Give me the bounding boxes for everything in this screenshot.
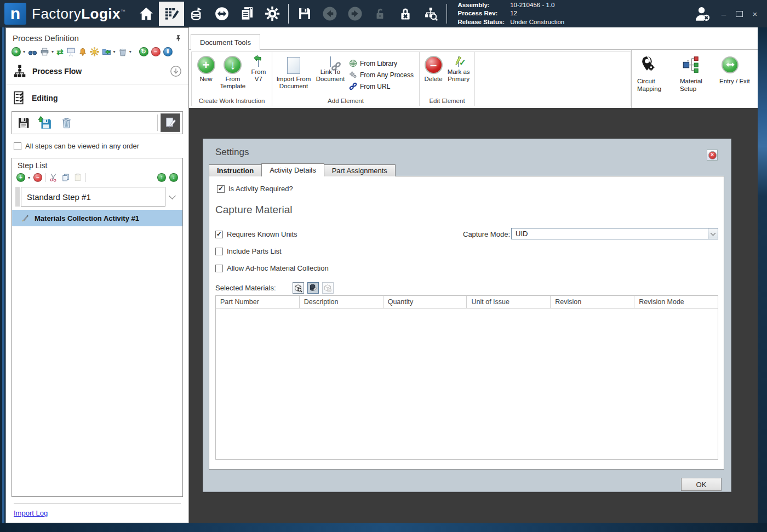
materials-table-header: Part Number Description Quantity Unit of… [216,296,718,308]
tab-instruction[interactable]: Instruction [209,164,262,176]
from-template-button[interactable]: ↓ From Template [218,54,248,90]
maximize-button[interactable] [736,11,743,17]
close-button[interactable]: × [751,10,759,18]
step-drag-handle[interactable] [15,187,20,207]
print-caret-icon[interactable]: ▾ [51,49,54,54]
link-to-document-button[interactable]: Link To Document [313,54,348,83]
from-url-button[interactable]: From URL [349,81,414,92]
discard-caret-icon[interactable]: ▾ [129,49,131,54]
col-quantity[interactable]: Quantity [384,296,467,308]
capture-mode-select[interactable]: UID [511,228,718,239]
lock-delete-icon[interactable] [393,2,418,26]
find-binoculars-icon[interactable] [28,47,37,56]
pause-icon[interactable]: Ⅱ [163,47,173,56]
move-step-down-icon[interactable]: ↓ [169,173,178,182]
dialog-close-button[interactable]: ✕ [707,150,718,161]
add-caret-icon[interactable]: ▾ [23,49,25,54]
settings-gear-icon[interactable] [260,2,285,26]
app-logo: n [4,3,26,25]
paste-icon[interactable] [73,173,82,182]
material-setup-button[interactable]: Material Setup [680,54,712,93]
undo-back-icon[interactable] [317,2,342,26]
tab-part-assignments[interactable]: Part Assignments [324,164,396,176]
allow-adhoc-checkbox[interactable] [215,265,223,272]
sync-icon[interactable] [209,2,234,26]
editing-toolbar [12,111,183,134]
discard-bucket-icon[interactable] [118,48,127,56]
reassign-icon[interactable]: ⇄ [56,48,64,56]
import-log-link[interactable]: Import Log [14,509,181,517]
selected-materials-label: Selected Materials: [215,284,276,292]
entry-exit-icon [719,54,739,75]
edit-mode-button[interactable] [161,113,180,132]
process-audit-icon[interactable] [418,2,443,26]
tab-activity-details[interactable]: Activity Details [261,163,324,176]
add-icon[interactable]: + [12,47,21,56]
circuit-mapping-button[interactable]: Circuit Mapping [637,54,672,93]
col-revision[interactable]: Revision [551,296,634,308]
any-order-checkbox[interactable] [14,142,21,150]
capture-mode-dropdown-button[interactable] [708,228,718,239]
presentation-icon[interactable] [66,47,76,56]
remove-icon[interactable]: – [151,47,161,56]
mark-as-primary-icon: ✓ [458,57,459,67]
from-any-process-button[interactable]: From Any Process [349,69,414,81]
unlock-icon[interactable] [368,2,393,26]
step-list-empty-area[interactable] [12,226,182,496]
logout-user-icon[interactable] [693,4,712,23]
process-designer-icon[interactable] [159,2,184,26]
print-icon[interactable] [40,47,49,56]
save-process-button[interactable] [14,114,33,131]
requires-known-units-checkbox[interactable] [215,231,223,238]
find-material-button[interactable] [293,282,304,294]
from-library-button[interactable]: From Library [349,58,414,69]
cut-icon[interactable] [49,173,58,182]
col-revision-mode[interactable]: Revision Mode [634,296,718,308]
from-v7-icon [258,57,259,67]
pin-icon[interactable] [175,34,182,42]
include-parts-list-checkbox[interactable] [215,248,223,255]
activity-row-selected[interactable]: Materials Collection Activity #1 [12,210,182,226]
minimize-button[interactable]: – [719,10,728,18]
link-to-document-icon [330,57,331,67]
window-border-left [0,27,5,523]
publish-caret-icon[interactable]: ▾ [113,49,116,54]
import-process-button[interactable] [36,114,54,131]
requires-known-units-label: Requires Known Units [227,230,297,238]
mark-as-primary-button[interactable]: ✓ Mark as Primary [445,54,472,83]
refresh-icon[interactable]: ↻ [139,47,148,56]
col-part-number[interactable]: Part Number [216,296,300,308]
copy-icon[interactable] [61,173,70,182]
group-create-work-instruction: + New ↓ From Template From V [192,52,272,106]
step-expand-chevron-icon[interactable] [169,192,176,199]
new-button[interactable]: + New [194,54,218,83]
group-label-create-work-instruction: Create Work Instruction [192,97,272,106]
step-name-field[interactable]: Standard Step #1 [21,187,165,207]
delete-process-button[interactable] [57,114,76,131]
process-settings-icon[interactable] [90,47,99,56]
is-activity-required-checkbox[interactable] [217,185,225,193]
collapse-section-icon[interactable] [170,65,182,77]
publish-folder-icon[interactable] [102,47,111,56]
delete-element-button[interactable]: – Delete [422,54,445,83]
add-step-icon[interactable]: + [16,173,25,182]
remove-material-button[interactable] [322,282,334,294]
col-unit-of-issue[interactable]: Unit of Issue [467,296,551,308]
remove-step-icon[interactable]: – [33,173,42,182]
home-icon[interactable] [134,2,159,26]
tab-document-tools[interactable]: Document Tools [191,34,260,50]
notification-bell-icon[interactable] [78,48,87,56]
entry-exit-button[interactable]: Entry / Exit [719,54,758,85]
save-icon[interactable] [292,2,317,26]
documents-icon[interactable] [234,2,260,26]
materials-icon[interactable] [184,2,209,26]
material-setup-icon [680,54,700,75]
ok-button[interactable]: OK [681,478,722,491]
edit-material-database-button[interactable] [307,282,319,294]
from-v7-button[interactable]: From V7 [248,54,270,83]
move-step-up-icon[interactable]: ↑ [157,173,166,182]
redo-forward-icon[interactable] [342,2,368,26]
import-from-document-button[interactable]: Import From Document [274,54,313,90]
col-description[interactable]: Description [300,296,384,308]
add-step-caret-icon[interactable]: ▾ [28,175,30,180]
